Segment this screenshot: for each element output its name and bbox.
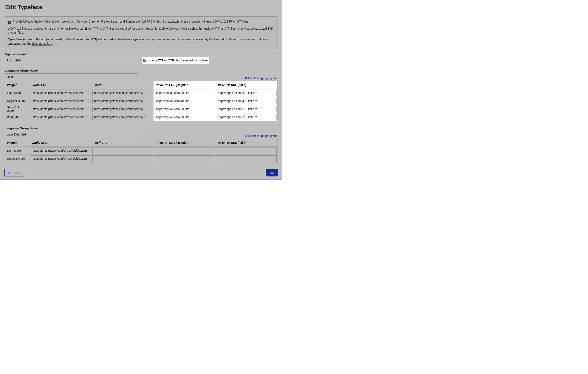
typeface-name-input[interactable] [5, 57, 138, 64]
table-row: Regular (400) [5, 155, 277, 163]
ttf-regular-url-input[interactable] [154, 98, 215, 104]
woff2-url-input[interactable] [31, 155, 91, 162]
ttf-regular-url-input[interactable] [154, 114, 215, 121]
woff2-url-input[interactable] [31, 147, 91, 154]
ttf-regular-url-input[interactable] [154, 106, 215, 112]
ttf-regular-url-input[interactable] [154, 89, 215, 96]
documentation-link[interactable]: documentation [32, 42, 51, 45]
weight-cell: Light (300) [5, 147, 30, 155]
include-ttf-block: Include TTF or OTF files (required for m… [142, 57, 209, 64]
language-group-name-input[interactable] [5, 131, 138, 138]
col-woff: .woff URL [92, 81, 154, 89]
trash-icon [244, 134, 247, 137]
info-box: i Provide URLs to the font files for eac… [5, 16, 277, 49]
required-star: * [27, 53, 28, 56]
woff-url-input[interactable] [92, 89, 153, 96]
woff2-url-input[interactable] [31, 106, 91, 112]
table-row: Semi-Bold (600) [5, 105, 277, 113]
language-group-label: Language Group Name [5, 69, 277, 72]
woff2-url-input[interactable] [31, 98, 91, 104]
col-weight: Weight [5, 139, 30, 147]
woff-url-input[interactable] [92, 147, 153, 154]
table-row: Regular (400) [5, 97, 277, 105]
ttf-italic-url-input[interactable] [216, 155, 277, 162]
woff2-url-input[interactable] [31, 114, 91, 121]
table-row: Bold (700) [5, 113, 277, 121]
ok-button[interactable]: OK [266, 169, 278, 176]
font-table-group-1: Weight .woff2 URL .woff URL .ttf or .otf… [5, 139, 277, 163]
include-ttf-checkbox[interactable] [143, 59, 146, 62]
weight-cell: Regular (400) [5, 155, 30, 163]
language-group-label: Language Group Name [5, 127, 277, 130]
col-woff2: .woff2 URL [30, 81, 92, 89]
ttf-regular-url-input[interactable] [154, 147, 215, 154]
ttf-italic-url-input[interactable] [216, 89, 277, 96]
edit-typeface-dialog: Edit Typeface i Provide URLs to the font… [0, 0, 282, 180]
ttf-regular-url-input[interactable] [154, 155, 215, 162]
delete-language-group-link[interactable]: Delete language group [244, 77, 277, 80]
typeface-name-label: Typeface Name* [5, 53, 277, 56]
table-row: Light (300) [5, 147, 277, 155]
info-p1: Provide URLs to the font files for each … [13, 20, 249, 23]
dialog-body[interactable]: i Provide URLs to the font files for eac… [0, 13, 282, 166]
weight-cell: Regular (400) [5, 97, 30, 105]
col-ttf-italic: .ttf or .otf URL (Italic) [215, 139, 277, 147]
info-icon: i [8, 21, 11, 24]
info-p3b: . [51, 42, 52, 45]
table-row: Light (300) [5, 89, 277, 97]
col-weight: Weight [5, 81, 30, 89]
info-p2: WOFF 1.0 files are required for use on I… [8, 26, 274, 35]
font-table-group-0: Weight .woff2 URL .woff URL .ttf or .otf… [5, 81, 277, 121]
ttf-italic-url-input[interactable] [216, 106, 277, 112]
include-ttf-label[interactable]: Include TTF or OTF files (required for m… [147, 59, 208, 62]
dialog-footer: CANCEL OK [0, 166, 282, 179]
language-group-name-input[interactable] [5, 73, 138, 80]
weight-cell: Light (300) [5, 89, 30, 97]
woff-url-input[interactable] [92, 155, 153, 162]
delete-language-group-link[interactable]: Delete language group [244, 134, 277, 138]
woff-url-input[interactable] [92, 98, 153, 104]
col-ttf-italic: .ttf or .otf URL (Italic) [215, 81, 277, 89]
col-ttf-regular: .ttf or .otf URL (Regular) [154, 81, 215, 89]
col-woff: .woff URL [92, 139, 154, 147]
woff2-url-input[interactable] [31, 89, 91, 96]
woff-url-input[interactable] [92, 106, 153, 112]
ttf-italic-url-input[interactable] [216, 98, 277, 104]
cancel-button[interactable]: CANCEL [4, 169, 24, 176]
col-woff2: .woff2 URL [30, 139, 92, 147]
woff-url-input[interactable] [92, 114, 153, 121]
trash-icon [244, 77, 247, 80]
ttf-italic-url-input[interactable] [216, 114, 277, 121]
weight-cell: Semi-Bold (600) [5, 105, 30, 113]
ttf-italic-url-input[interactable] [216, 147, 277, 154]
weight-cell: Bold (700) [5, 113, 30, 121]
col-ttf-regular: .ttf or .otf URL (Regular) [154, 139, 215, 147]
dialog-title: Edit Typeface [0, 0, 282, 11]
